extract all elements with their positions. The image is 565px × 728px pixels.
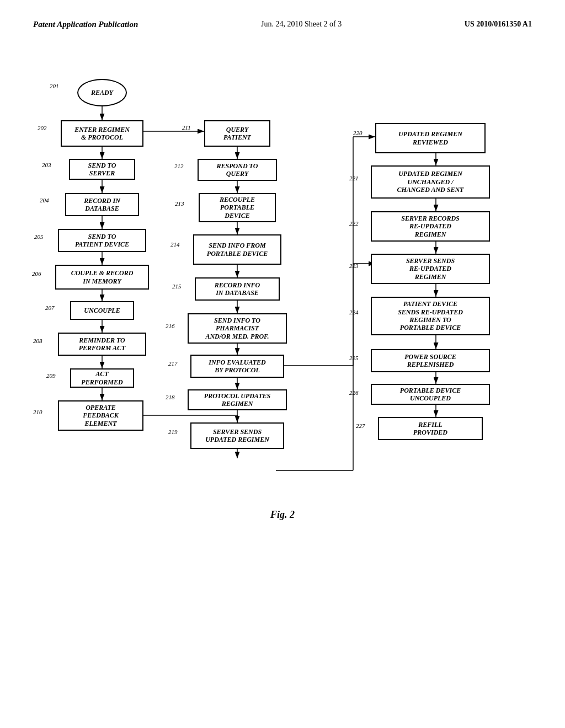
node-201: READY bbox=[77, 79, 127, 106]
header-patent-number: US 2010/0161350 A1 bbox=[465, 20, 532, 29]
diagram-area: READY 201 ENTER REGIMEN & PROTOCOL 202 S… bbox=[0, 35, 565, 663]
node-223: SERVER SENDS RE-UPDATED REGIMEN bbox=[371, 254, 490, 284]
ref-212: 212 bbox=[174, 163, 184, 169]
node-219: SERVER SENDS UPDATED REGIMEN bbox=[190, 422, 284, 449]
ref-210: 210 bbox=[33, 409, 42, 415]
node-209: ACT PERFORMED bbox=[70, 368, 134, 388]
ref-211: 211 bbox=[182, 124, 191, 131]
node-215: RECORD INFO IN DATABASE bbox=[195, 277, 280, 301]
node-207: UNCOUPLE bbox=[70, 301, 134, 320]
node-216: SEND INFO TO PHARMACIST AND/OR MED. PROF… bbox=[188, 313, 287, 344]
node-218: PROTOCOL UPDATES REGIMEN bbox=[188, 389, 287, 410]
ref-214: 214 bbox=[170, 241, 180, 248]
ref-205: 205 bbox=[34, 233, 44, 240]
node-220: UPDATED REGIMEN REVIEWED bbox=[375, 123, 486, 153]
ref-227: 227 bbox=[356, 422, 365, 429]
ref-209: 209 bbox=[46, 372, 56, 379]
node-222: SERVER RECORDS RE-UPDATED REGIMEN bbox=[371, 211, 490, 242]
node-208: REMINDER TO PERFORM ACT bbox=[58, 333, 146, 356]
ref-202: 202 bbox=[38, 125, 47, 131]
node-203: SEND TO SERVER bbox=[69, 159, 135, 180]
node-225: POWER SOURCE REPLENISHED bbox=[371, 349, 490, 372]
header-date-sheet: Jun. 24, 2010 Sheet 2 of 3 bbox=[261, 20, 342, 29]
ref-219: 219 bbox=[168, 429, 178, 435]
node-212: RESPOND TO QUERY bbox=[198, 159, 277, 181]
ref-224: 224 bbox=[349, 309, 359, 315]
ref-208: 208 bbox=[33, 338, 42, 344]
ref-216: 216 bbox=[166, 323, 175, 329]
page-header: Patent Application Publication Jun. 24, … bbox=[0, 0, 565, 29]
ref-207: 207 bbox=[45, 304, 55, 311]
node-206: COUPLE & RECORD IN MEMORY bbox=[55, 265, 149, 290]
ref-201: 201 bbox=[50, 83, 59, 89]
ref-217: 217 bbox=[168, 360, 178, 367]
header-publication-label: Patent Application Publication bbox=[33, 20, 138, 29]
ref-204: 204 bbox=[40, 197, 49, 204]
ref-206: 206 bbox=[32, 270, 41, 277]
ref-225: 225 bbox=[349, 355, 359, 361]
node-227: REFILL PROVIDED bbox=[378, 417, 483, 440]
ref-218: 218 bbox=[166, 394, 175, 400]
node-213: RECOUPLE PORTABLE DEVICE bbox=[199, 193, 276, 222]
node-204: RECORD IN DATABASE bbox=[65, 193, 139, 216]
ref-213: 213 bbox=[175, 200, 184, 207]
ref-223: 223 bbox=[349, 263, 359, 269]
ref-215: 215 bbox=[172, 283, 182, 290]
ref-226: 226 bbox=[349, 389, 359, 396]
node-217: INFO EVALUATED BY PROTOCOL bbox=[190, 355, 284, 378]
ref-203: 203 bbox=[42, 162, 51, 168]
ref-221: 221 bbox=[349, 175, 359, 181]
node-221: UPDATED REGIMEN UNCHANGED / CHANGED AND … bbox=[371, 165, 490, 199]
node-224: PATIENT DEVICE SENDS RE-UPDATED REGIMEN … bbox=[371, 297, 490, 335]
ref-220: 220 bbox=[353, 130, 363, 136]
node-214: SEND INFO FROM PORTABLE DEVICE bbox=[193, 234, 281, 265]
ref-222: 222 bbox=[349, 220, 359, 227]
node-205: SEND TO PATIENT DEVICE bbox=[58, 229, 146, 252]
node-211: QUERY PATIENT bbox=[204, 120, 270, 147]
node-226: PORTABLE DEVICE UNCOUPLED bbox=[371, 384, 490, 405]
node-210: OPERATE FEEDBACK ELEMENT bbox=[58, 400, 143, 431]
node-202: ENTER REGIMEN & PROTOCOL bbox=[61, 120, 143, 147]
